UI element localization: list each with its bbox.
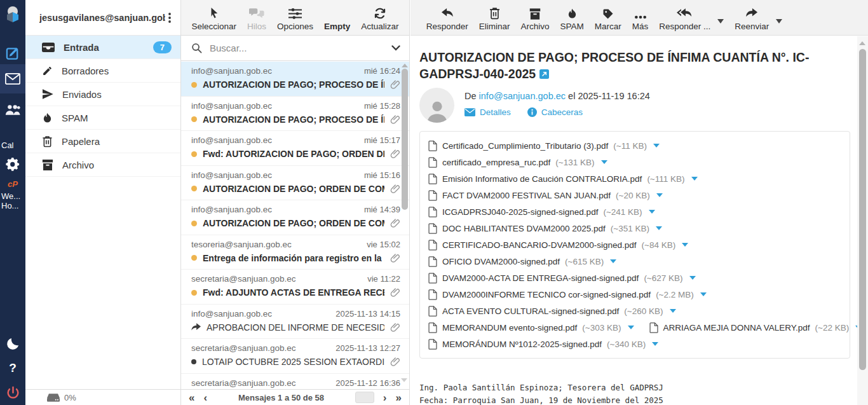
compose-button[interactable] <box>0 42 25 64</box>
folder-inbox[interactable]: Entrada 7 <box>25 36 180 59</box>
chevron-down-icon[interactable] <box>391 45 400 51</box>
logout-button[interactable] <box>0 383 25 403</box>
message-row[interactable]: info@sanjuan.gob.ecmié 15:17 Fwd: AUTORI… <box>181 131 409 166</box>
list-scroll-down[interactable] <box>401 378 407 382</box>
mail-view-panel: Responder Eliminar Archivo SPAM Marcar M… <box>410 0 868 405</box>
attachment-menu-caret[interactable] <box>689 276 696 280</box>
message-date: mié 15:16 <box>364 170 400 180</box>
message-row[interactable]: info@sanjuan.gob.ecmié 14:39 AUTORIZACIO… <box>181 200 409 235</box>
last-page-button[interactable]: » <box>396 392 402 403</box>
search-input[interactable]: Buscar... <box>210 43 384 53</box>
refresh-button[interactable]: Actualizar <box>361 6 398 31</box>
next-page-button[interactable]: › <box>383 392 387 403</box>
attachment-link[interactable]: FACT DVAM2000 FESTIVAL SAN JUAN.pdf(~20 … <box>428 190 663 201</box>
attachment-link[interactable]: certificado_empresa_ruc.pdf(~131 KB) <box>428 157 607 168</box>
pdf-file-icon <box>428 322 437 333</box>
folder-spam[interactable]: SPAM <box>25 106 180 130</box>
attachment-link[interactable]: DOC HABILITANTES DVAM2000 2025.pdf(~351 … <box>428 223 662 234</box>
reply-all-button[interactable]: Responder ... <box>659 6 710 31</box>
attachment-menu-caret[interactable] <box>653 144 660 148</box>
webmail-logo[interactable] <box>0 4 25 24</box>
empty-button[interactable]: Empty <box>324 6 350 31</box>
delete-button[interactable]: Eliminar <box>479 6 510 31</box>
attachment-menu-caret[interactable] <box>610 259 616 263</box>
message-row[interactable]: tesoreria@sanjuan.gob.ecvie 15:02 Entreg… <box>181 235 409 270</box>
contacts-button[interactable] <box>0 99 25 120</box>
attachment-menu-caret[interactable] <box>649 210 655 214</box>
attachment-menu-caret[interactable] <box>656 193 663 197</box>
mark-button[interactable]: Marcar <box>595 6 621 31</box>
paperclip-icon <box>390 287 400 298</box>
open-in-new-window-icon[interactable] <box>539 66 549 83</box>
attachment-menu-caret[interactable] <box>700 292 707 296</box>
list-scroll-up[interactable] <box>402 64 408 67</box>
mail-nav-button[interactable] <box>0 64 25 93</box>
search-bar[interactable]: Buscar... <box>181 36 409 61</box>
attachment-link[interactable]: ARRIAGA MEJIA DONNA VALERY.pdf(~22 KB) <box>649 322 862 333</box>
attachment-menu-caret[interactable] <box>682 243 688 247</box>
attachment-name: ARRIAGA MEJIA DONNA VALERY.pdf <box>663 323 810 333</box>
folder-sent[interactable]: Enviados <box>25 83 180 106</box>
message-row[interactable]: secretaria@sanjuan.gob.ec2025-11-12 16:3… <box>181 374 409 390</box>
attachment-menu-caret[interactable] <box>628 326 634 329</box>
message-row[interactable]: info@sanjuan.gob.ecmié 15:28 AUTORIZACIO… <box>181 97 409 132</box>
message-row[interactable]: info@sanjuan.gob.ec2025-11-13 14:15 APRO… <box>181 305 409 340</box>
attachment-menu-caret[interactable] <box>652 342 658 346</box>
settings-button[interactable] <box>0 154 25 174</box>
message-row[interactable]: secretaria@sanjuan.gob.ecvie 11:22 Fwd: … <box>181 270 409 305</box>
spam-button[interactable]: SPAM <box>560 6 583 31</box>
pdf-file-icon <box>428 289 437 300</box>
mail-scrollbar[interactable] <box>857 36 868 405</box>
forward-caret[interactable] <box>776 19 782 31</box>
mail-scrollbar-thumb[interactable] <box>859 49 866 370</box>
attachment-link[interactable]: ICGADPRSJ040-2025-signed-signed.pdf(~241… <box>428 207 655 217</box>
forward-button[interactable]: Reenviar <box>735 6 769 31</box>
headers-link[interactable]: Cabeceras <box>527 107 583 117</box>
folder-archive[interactable]: Archivo <box>25 153 180 177</box>
attachment-menu-caret[interactable] <box>670 309 676 313</box>
attachment-menu-caret[interactable] <box>601 160 607 164</box>
reply-button[interactable]: Responder <box>426 6 468 31</box>
select-button[interactable]: Seleccionar <box>191 6 236 31</box>
cpanel-button[interactable]: cP <box>0 178 25 189</box>
prev-page-button[interactable]: ‹ <box>203 392 207 403</box>
attachment-link[interactable]: Certificado_Cumplimiento_Tributario (3).… <box>428 141 660 151</box>
webmail-home-button[interactable]: We...Ho... <box>0 191 25 211</box>
mail-scroll-up[interactable] <box>859 41 865 45</box>
message-rows: info@sanjuan.gob.ecmié 16:24 AUTORIZACIO… <box>181 62 409 389</box>
folder-trash[interactable]: Papelera <box>25 130 180 153</box>
message-row[interactable]: secretaria@sanjuan.gob.ec2025-11-13 12:2… <box>181 339 409 374</box>
attachment-menu-caret[interactable] <box>656 226 662 230</box>
avatar <box>419 88 454 123</box>
threads-button[interactable]: Hilos <box>247 6 266 31</box>
message-row[interactable]: info@sanjuan.gob.ecmié 16:24 AUTORIZACIO… <box>181 62 409 97</box>
details-link[interactable]: Detalles <box>465 107 511 117</box>
sender-email-link[interactable]: info@sanjuan.gob.ec <box>479 91 566 101</box>
message-range-text: Mensajes 1 a 50 de 58 <box>216 393 346 402</box>
attachment-link[interactable]: ACTA EVENTO CULTURAL-signed-signed.pdf(~… <box>428 306 676 317</box>
paperclip-icon <box>390 79 400 90</box>
reply-all-caret[interactable] <box>717 19 724 31</box>
folder-drafts[interactable]: Borradores <box>25 59 180 83</box>
attachment-link[interactable]: DVAM2000-ACTA DE ENTREGA-signed-signed.p… <box>428 273 696 284</box>
dark-mode-button[interactable] <box>0 333 25 354</box>
message-date: mié 15:17 <box>364 135 400 145</box>
attachment-link[interactable]: MEMORANDUM evento-signed.pdf(~303 KB) <box>428 322 634 333</box>
list-scrollbar-thumb[interactable] <box>402 69 408 210</box>
options-button[interactable]: Opciones <box>277 6 313 31</box>
account-menu-icon[interactable] <box>165 12 174 24</box>
page-jump-input[interactable] <box>355 392 374 403</box>
help-button[interactable]: ? <box>0 359 25 378</box>
attachment-link[interactable]: Emisión Informativo de Caución CONTRALOR… <box>428 174 698 184</box>
more-button[interactable]: Más <box>632 6 649 31</box>
reply-all-icon <box>677 6 693 20</box>
attachment-link[interactable]: MEMORÁNDUM Nº1012-2025-signed.pdf(~340 K… <box>428 339 658 350</box>
message-row[interactable]: info@sanjuan.gob.ecmié 15:16 AUTORIZACIO… <box>181 166 409 201</box>
attachment-menu-caret[interactable] <box>691 177 698 181</box>
first-page-button[interactable]: « <box>189 392 194 403</box>
archive-button[interactable]: Archivo <box>520 6 549 31</box>
calendar-nav-button[interactable]: Cal <box>0 140 25 150</box>
attachment-link[interactable]: DVAM2000INFORME TECNICO cor-signed-signe… <box>428 289 707 300</box>
attachment-link[interactable]: OFICIO DVAM2000-signed.pdf(~615 KB) <box>428 256 616 267</box>
attachment-link[interactable]: CERTIFICADO-BANCARIO-DVAM2000-signed.pdf… <box>428 240 688 251</box>
